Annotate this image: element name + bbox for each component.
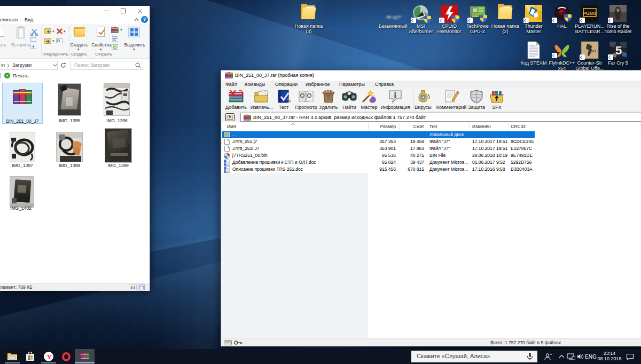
svg-text:W: W	[224, 168, 228, 172]
svg-text:PUBG: PUBG	[583, 11, 597, 16]
svg-text:GO: GO	[590, 49, 596, 53]
svg-text:W: W	[224, 161, 228, 165]
